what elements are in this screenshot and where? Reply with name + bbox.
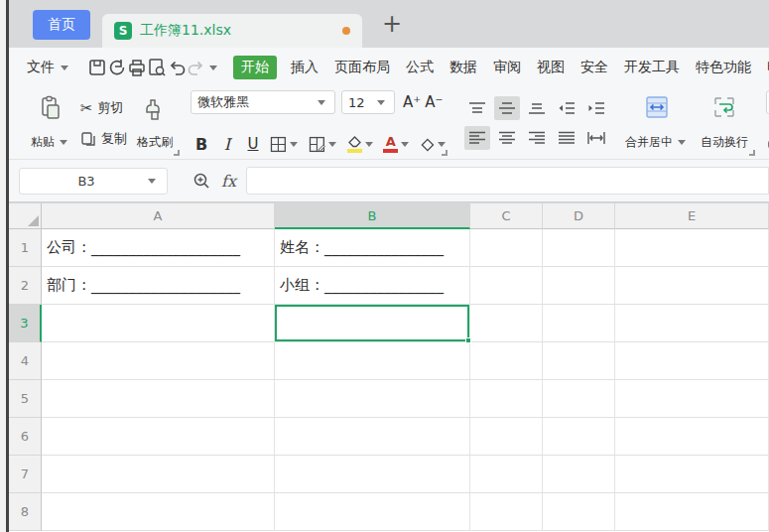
cell-A4[interactable] bbox=[42, 342, 275, 380]
borders-button[interactable] bbox=[268, 132, 303, 156]
new-tab-button[interactable]: + bbox=[382, 12, 402, 36]
cell-B8[interactable] bbox=[275, 493, 470, 531]
clipboard-dialog-launcher[interactable] bbox=[174, 150, 180, 156]
underline-button[interactable]: U bbox=[242, 132, 264, 156]
cell-D5[interactable] bbox=[543, 380, 615, 418]
increase-indent-button[interactable] bbox=[583, 96, 609, 120]
cell-D8[interactable] bbox=[543, 493, 615, 531]
cell-C6[interactable] bbox=[470, 418, 543, 456]
cell-E2[interactable] bbox=[615, 267, 769, 305]
file-menu[interactable]: 文件 bbox=[27, 59, 55, 76]
print-preview-button[interactable] bbox=[147, 56, 167, 79]
justify-button[interactable] bbox=[554, 126, 579, 150]
redo-button[interactable] bbox=[187, 56, 206, 79]
fill-color-button[interactable] bbox=[345, 132, 378, 156]
cell-B6[interactable] bbox=[275, 418, 470, 456]
paste-button[interactable]: 粘贴 bbox=[25, 92, 76, 154]
cell-A3[interactable] bbox=[42, 305, 275, 342]
cell-B3-selected[interactable] bbox=[275, 305, 470, 342]
tab-developer[interactable]: 开发工具 bbox=[624, 59, 680, 76]
cell-C2[interactable] bbox=[470, 267, 543, 305]
cell-E7[interactable] bbox=[615, 456, 769, 493]
column-header-B[interactable]: B bbox=[275, 203, 470, 229]
select-all-corner[interactable] bbox=[9, 203, 42, 229]
format-painter-button[interactable]: 格式刷 bbox=[131, 92, 179, 154]
align-top-button[interactable] bbox=[464, 96, 490, 120]
save-button[interactable] bbox=[87, 56, 107, 79]
cell-A1[interactable]: 公司：____________________ bbox=[42, 229, 275, 267]
cell-D4[interactable] bbox=[543, 342, 615, 380]
cell-C5[interactable] bbox=[470, 380, 543, 418]
tab-formulas[interactable]: 公式 bbox=[406, 59, 434, 76]
print-button[interactable] bbox=[127, 56, 147, 79]
cell-D3[interactable] bbox=[543, 305, 615, 342]
wrap-text-button[interactable]: 自动换行 bbox=[695, 92, 754, 154]
tab-view[interactable]: 视图 bbox=[537, 59, 565, 76]
row-header-2[interactable]: 2 bbox=[9, 267, 42, 305]
align-left-button[interactable] bbox=[464, 126, 490, 150]
align-right-button[interactable] bbox=[524, 126, 550, 150]
file-menu-caret-icon[interactable] bbox=[61, 66, 68, 70]
row-header-1[interactable]: 1 bbox=[9, 229, 42, 267]
font-dialog-launcher[interactable] bbox=[442, 150, 448, 156]
cell-B5[interactable] bbox=[275, 380, 470, 418]
font-name-select[interactable]: 微软雅黑 bbox=[191, 90, 335, 114]
tab-data[interactable]: 数据 bbox=[449, 59, 477, 76]
align-center-button[interactable] bbox=[494, 126, 520, 150]
name-box[interactable]: B3 bbox=[19, 168, 168, 195]
column-header-C[interactable]: C bbox=[470, 203, 543, 229]
fill-handle[interactable] bbox=[465, 337, 471, 343]
fit-width-button[interactable] bbox=[583, 126, 609, 150]
search-icon[interactable] bbox=[192, 171, 211, 191]
cell-C3[interactable] bbox=[470, 305, 543, 342]
cell-E1[interactable] bbox=[615, 229, 769, 267]
increase-font-button[interactable]: A⁺ bbox=[401, 90, 423, 114]
cell-C1[interactable] bbox=[470, 229, 543, 267]
copy-button[interactable]: 复制 bbox=[76, 128, 131, 150]
cell-E6[interactable] bbox=[615, 418, 769, 456]
cut-button[interactable]: ✂ 剪切 bbox=[76, 97, 131, 119]
cell-E8[interactable] bbox=[615, 493, 769, 531]
cell-D2[interactable] bbox=[543, 267, 615, 305]
align-bottom-button[interactable] bbox=[524, 96, 550, 120]
document-tab[interactable]: S 工作簿11.xlsx bbox=[102, 14, 362, 48]
tab-review[interactable]: 审阅 bbox=[493, 59, 521, 76]
bold-button[interactable]: B bbox=[191, 132, 212, 156]
cell-A5[interactable] bbox=[42, 380, 275, 418]
insert-function-button[interactable]: fx bbox=[221, 172, 236, 191]
merge-center-button[interactable]: 合并居中 bbox=[619, 92, 695, 154]
cell-A8[interactable] bbox=[42, 493, 275, 531]
cell-E5[interactable] bbox=[615, 380, 769, 418]
draw-border-button[interactable] bbox=[307, 132, 341, 156]
italic-button[interactable]: I bbox=[216, 132, 238, 156]
cell-D7[interactable] bbox=[543, 456, 615, 493]
column-header-A[interactable]: A bbox=[42, 203, 275, 229]
decrease-font-button[interactable]: A⁻ bbox=[423, 90, 445, 114]
cell-B2[interactable]: 小组：________________ bbox=[275, 267, 470, 305]
tab-special-features[interactable]: 特色功能 bbox=[696, 59, 751, 76]
row-header-8[interactable]: 8 bbox=[9, 493, 42, 531]
align-middle-button[interactable] bbox=[494, 96, 520, 120]
font-size-select[interactable]: 12 bbox=[341, 90, 395, 114]
row-header-4[interactable]: 4 bbox=[9, 342, 42, 380]
cell-D6[interactable] bbox=[543, 418, 615, 456]
tab-page-layout[interactable]: 页面布局 bbox=[334, 59, 390, 76]
tab-security[interactable]: 安全 bbox=[580, 59, 608, 76]
cell-E3[interactable] bbox=[615, 305, 769, 342]
row-header-5[interactable]: 5 bbox=[9, 380, 42, 418]
column-header-E[interactable]: E bbox=[615, 203, 769, 229]
home-tab[interactable]: 首页 bbox=[33, 10, 90, 40]
tab-home[interactable]: 开始 bbox=[233, 56, 277, 79]
cell-B4[interactable] bbox=[275, 342, 470, 380]
undo-button[interactable] bbox=[167, 56, 187, 79]
export-button[interactable] bbox=[107, 56, 127, 79]
cell-A2[interactable]: 部门：____________________ bbox=[42, 267, 275, 305]
alignment-dialog-launcher[interactable] bbox=[749, 150, 755, 156]
cell-B7[interactable] bbox=[275, 456, 470, 493]
cell-C8[interactable] bbox=[470, 493, 543, 531]
cell-A7[interactable] bbox=[42, 456, 275, 493]
row-header-7[interactable]: 7 bbox=[9, 456, 42, 493]
row-header-3[interactable]: 3 bbox=[9, 305, 42, 342]
cell-A6[interactable] bbox=[42, 418, 275, 456]
cell-C4[interactable] bbox=[470, 342, 543, 380]
